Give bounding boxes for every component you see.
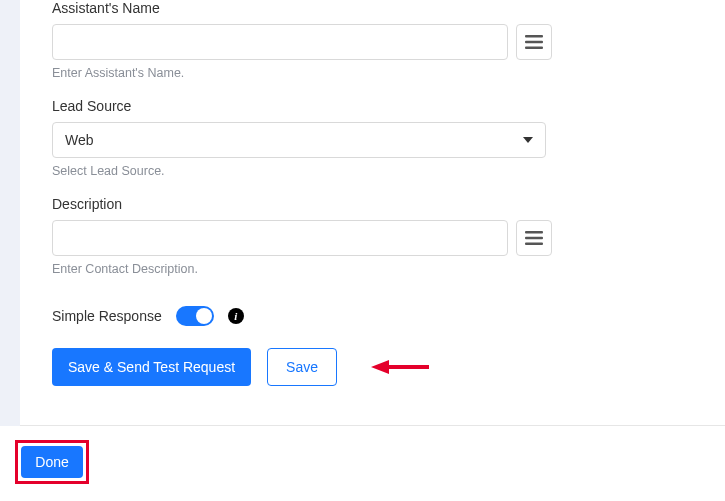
- hamburger-icon: [525, 35, 543, 49]
- done-highlight-box: Done: [15, 440, 89, 484]
- field-description: Description Enter Contact Description.: [52, 196, 693, 276]
- info-icon[interactable]: i: [228, 308, 244, 324]
- description-input-row: [52, 220, 693, 256]
- svg-marker-7: [371, 360, 389, 374]
- lead-source-label: Lead Source: [52, 98, 693, 114]
- description-input[interactable]: [52, 220, 508, 256]
- done-button[interactable]: Done: [21, 446, 82, 478]
- svg-rect-3: [525, 231, 543, 233]
- save-send-button[interactable]: Save & Send Test Request: [52, 348, 251, 386]
- svg-rect-5: [525, 243, 543, 245]
- assistant-mapping-button[interactable]: [516, 24, 552, 60]
- description-help-text: Enter Contact Description.: [52, 262, 693, 276]
- simple-response-row: Simple Response i: [52, 306, 693, 326]
- svg-rect-1: [525, 41, 543, 43]
- arrow-annotation-icon: [371, 357, 431, 377]
- left-gutter: [0, 0, 20, 426]
- field-assistant-name: Assistant's Name Enter Assistant's Name.: [52, 0, 693, 80]
- action-buttons-row: Save & Send Test Request Save: [52, 348, 693, 386]
- assistant-name-input[interactable]: [52, 24, 508, 60]
- chevron-down-icon: [523, 137, 533, 143]
- svg-rect-2: [525, 47, 543, 49]
- description-mapping-button[interactable]: [516, 220, 552, 256]
- svg-rect-0: [525, 35, 543, 37]
- footer-area: [0, 426, 725, 501]
- lead-source-select[interactable]: Web: [52, 122, 546, 158]
- svg-rect-4: [525, 237, 543, 239]
- lead-source-value: Web: [65, 132, 94, 148]
- simple-response-label: Simple Response: [52, 308, 162, 324]
- assistant-name-label: Assistant's Name: [52, 0, 693, 16]
- hamburger-icon: [525, 231, 543, 245]
- field-lead-source: Lead Source Web Select Lead Source.: [52, 98, 693, 178]
- assistant-input-row: [52, 24, 693, 60]
- save-button[interactable]: Save: [267, 348, 337, 386]
- simple-response-toggle[interactable]: [176, 306, 214, 326]
- description-label: Description: [52, 196, 693, 212]
- lead-source-help-text: Select Lead Source.: [52, 164, 693, 178]
- assistant-help-text: Enter Assistant's Name.: [52, 66, 693, 80]
- form-panel: Assistant's Name Enter Assistant's Name.…: [20, 0, 725, 426]
